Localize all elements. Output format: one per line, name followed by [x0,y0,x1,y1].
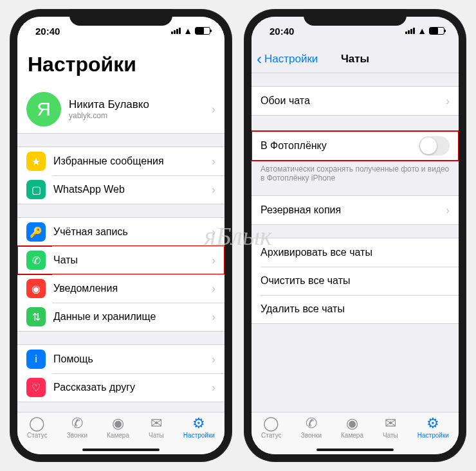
tab-настройки[interactable]: ⚙Настройки [417,416,449,439]
tab-label: Настройки [417,432,449,439]
tab-icon: ✆ [71,416,83,431]
star-icon: ★ [26,152,46,171]
row-backup[interactable]: Резервная копия › [252,196,459,224]
phone-left: 20:40 ▲ Настройки Я Никита Булавко yably… [10,9,232,462]
row-chats[interactable]: ✆ Чаты › [17,246,224,274]
arrows-icon: ⇅ [26,307,46,326]
footer-brand: from FACEBOOK [17,402,224,412]
tab-чаты[interactable]: ✉Чаты [149,416,164,439]
tab-label: Настройки [183,432,215,439]
row-wallpaper[interactable]: Обои чата › [252,87,459,115]
tab-настройки[interactable]: ⚙Настройки [183,416,215,439]
bell-icon: ◉ [26,279,46,298]
wifi-icon: ▲ [183,26,192,36]
row-notifications[interactable]: ◉ Уведомления › [17,274,224,303]
tab-icon: ⚙ [426,416,439,431]
tab-icon: ◉ [346,416,358,431]
profile-name: Никита Булавко [69,98,212,111]
tab-чаты[interactable]: ✉Чаты [383,416,398,439]
nav-bar: ‹ Настройки Чаты [252,45,459,73]
row-help[interactable]: i Помощь › [17,345,224,373]
phone-right: 20:40 ▲ ‹ Настройки Чаты Обои чата › [244,9,466,462]
row-whatsapp-web[interactable]: ▢ WhatsApp Web › [17,175,224,204]
heart-icon: ♡ [26,378,46,397]
tab-звонки[interactable]: ✆Звонки [301,416,322,439]
status-time: 20:40 [270,26,294,37]
row-tell-friend[interactable]: ♡ Рассказать другу › [17,373,224,402]
chevron-right-icon: › [212,381,215,395]
chevron-right-icon: › [446,94,450,108]
tab-icon: ◯ [29,416,45,431]
home-indicator [82,449,160,451]
tab-звонки[interactable]: ✆Звонки [67,416,87,439]
notch [69,9,172,26]
row-clear-all[interactable]: Очистить все чаты [252,267,459,295]
tab-камера[interactable]: ◉Камера [341,416,363,439]
key-icon: 🔑 [26,222,46,242]
tab-статус[interactable]: ◯Статус [27,416,48,439]
wifi-icon: ▲ [417,26,426,36]
chevron-right-icon: › [212,103,215,116]
chevron-right-icon: › [212,155,215,168]
toggle-switch[interactable] [419,136,450,156]
tab-icon: ◯ [263,416,279,431]
chevron-right-icon: › [212,226,215,239]
tab-label: Звонки [67,432,87,439]
tab-label: Камера [107,432,129,439]
status-time: 20:40 [35,26,60,37]
signal-icon [171,28,181,34]
chevron-right-icon: › [212,254,215,267]
battery-icon [195,27,210,35]
tab-label: Чаты [383,432,398,439]
profile-row[interactable]: Я Никита Булавко yablyk.com › [17,85,224,133]
tab-icon: ✉ [385,416,396,431]
chevron-right-icon: › [212,183,215,197]
tab-icon: ✆ [306,416,317,431]
row-delete-all[interactable]: Удалить все чаты [252,295,459,323]
nav-title: Чаты [252,53,459,66]
page-title: Настройки [17,45,224,85]
notch [304,9,407,26]
tab-label: Статус [261,432,282,439]
desktop-icon: ▢ [26,180,46,199]
tab-label: Чаты [149,432,164,439]
profile-subtitle: yablyk.com [69,111,212,120]
battery-icon [429,27,444,35]
tab-icon: ✉ [151,416,162,431]
signal-icon [405,28,415,34]
toggle-description: Автоматически сохранять полученные фото … [252,161,459,182]
tab-label: Звонки [301,432,322,439]
chevron-right-icon: › [212,353,215,366]
chevron-right-icon: › [212,310,215,324]
avatar: Я [26,92,61,127]
tab-label: Статус [27,432,48,439]
tab-камера[interactable]: ◉Камера [107,416,129,439]
tab-icon: ◉ [112,416,124,431]
chevron-right-icon: › [446,204,450,217]
chevron-right-icon: › [212,282,215,296]
row-save-to-camera-roll[interactable]: В Фотоплёнку [252,132,459,160]
whatsapp-icon: ✆ [26,251,46,270]
row-archive-all[interactable]: Архивировать все чаты [252,238,459,267]
tab-label: Камера [341,432,363,439]
home-indicator [316,449,394,451]
tab-статус[interactable]: ◯Статус [261,416,282,439]
row-starred[interactable]: ★ Избранные сообщения › [17,147,224,175]
row-account[interactable]: 🔑 Учётная запись › [17,218,224,246]
row-data-storage[interactable]: ⇅ Данные и хранилище › [17,303,224,331]
info-icon: i [26,350,46,369]
tab-icon: ⚙ [192,416,205,431]
